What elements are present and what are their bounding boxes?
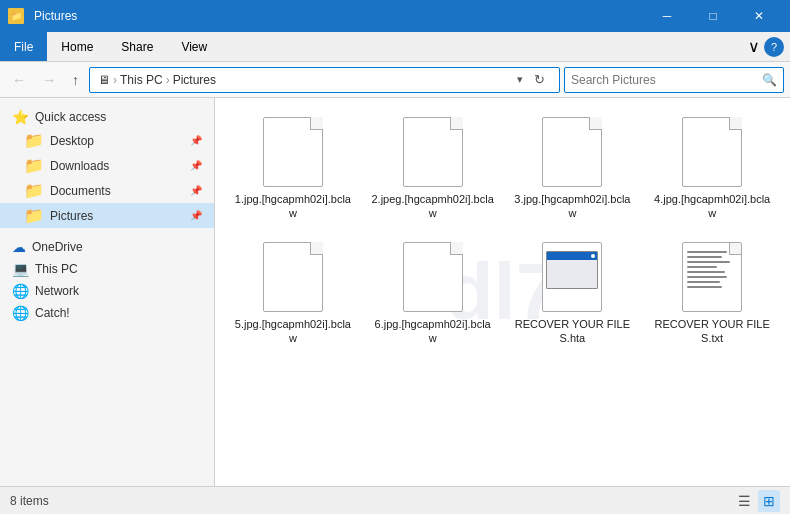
file-icon-wrapper-4	[676, 116, 748, 188]
maximize-button[interactable]: □	[690, 0, 736, 32]
search-icon: 🔍	[762, 73, 777, 87]
network-icon: 🌐	[12, 283, 29, 299]
close-button[interactable]: ✕	[736, 0, 782, 32]
sidebar-item-pictures[interactable]: 📁 Pictures 📌	[0, 203, 214, 228]
back-button[interactable]: ←	[6, 68, 32, 92]
menu-bar: File Home Share View ∨ ?	[0, 32, 790, 62]
sidebar-item-downloads[interactable]: 📁 Downloads 📌	[0, 153, 214, 178]
file-label-4: 4.jpg.[hgcapmh02i].bclaw	[650, 192, 774, 221]
help-button[interactable]: ?	[764, 37, 784, 57]
forward-button[interactable]: →	[36, 68, 62, 92]
file-item-8[interactable]: RECOVER YOUR FILES.txt	[646, 235, 778, 352]
file-icon-wrapper-8	[676, 241, 748, 313]
up-button[interactable]: ↑	[66, 68, 85, 92]
star-icon: ⭐	[12, 109, 29, 125]
pin-icon-downloads: 📌	[190, 160, 202, 171]
txt-line-5	[687, 271, 725, 273]
menu-tab-home[interactable]: Home	[47, 32, 107, 61]
file-item-7[interactable]: RECOVER YOUR FILES.hta	[507, 235, 639, 352]
address-path[interactable]: 🖥 › This PC › Pictures ▾ ↻	[89, 67, 560, 93]
sidebar-item-thispc[interactable]: 💻 This PC	[0, 258, 214, 280]
details-view-button[interactable]: ☰	[733, 490, 756, 512]
pin-icon-pictures: 📌	[190, 210, 202, 221]
sidebar-item-catch[interactable]: 🌐 Catch!	[0, 302, 214, 324]
folder-icon-desktop: 📁	[24, 131, 44, 150]
sidebar-desktop-label: Desktop	[50, 134, 94, 148]
generic-file-icon-1	[263, 117, 323, 187]
view-controls: ☰ ⊞	[733, 490, 780, 512]
folder-icon-downloads: 📁	[24, 156, 44, 175]
generic-file-icon-3	[542, 117, 602, 187]
file-item-6[interactable]: 6.jpg.[hgcapmh02i].bclaw	[367, 235, 499, 352]
title-bar: 📁 Pictures ─ □ ✕	[0, 0, 790, 32]
menu-tab-view[interactable]: View	[167, 32, 221, 61]
tiles-view-button[interactable]: ⊞	[758, 490, 780, 512]
txt-file-icon	[682, 242, 742, 312]
sidebar-item-network[interactable]: 🌐 Network	[0, 280, 214, 302]
path-sep-1: ›	[113, 73, 117, 87]
path-pictures: Pictures	[173, 73, 216, 87]
sidebar-documents-label: Documents	[50, 184, 111, 198]
path-sep-2: ›	[166, 73, 170, 87]
file-label-7: RECOVER YOUR FILES.hta	[511, 317, 635, 346]
sidebar-downloads-label: Downloads	[50, 159, 109, 173]
menu-tab-file-label: File	[14, 40, 33, 54]
file-icon-wrapper-2	[397, 116, 469, 188]
file-label-2: 2.jpeg.[hgcapmh02i].bclaw	[371, 192, 495, 221]
pin-icon-desktop: 📌	[190, 135, 202, 146]
search-input[interactable]	[571, 73, 762, 87]
txt-line-4	[687, 266, 717, 268]
txt-line-8	[687, 286, 722, 288]
file-label-6: 6.jpg.[hgcapmh02i].bclaw	[371, 317, 495, 346]
sidebar-item-onedrive[interactable]: ☁ OneDrive	[0, 236, 214, 258]
window-title: Pictures	[30, 9, 644, 23]
sidebar-item-documents[interactable]: 📁 Documents 📌	[0, 178, 214, 203]
menu-tab-file[interactable]: File	[0, 32, 47, 61]
hta-inner	[546, 251, 598, 289]
generic-file-icon-6	[403, 242, 463, 312]
hta-content	[547, 260, 597, 288]
file-item-4[interactable]: 4.jpg.[hgcapmh02i].bclaw	[646, 110, 778, 227]
path-dropdown-icon: ▾	[512, 73, 528, 86]
hta-file-icon	[542, 242, 602, 312]
file-icon-wrapper-1	[257, 116, 329, 188]
path-thispc: This PC	[120, 73, 163, 87]
refresh-button[interactable]: ↻	[528, 68, 551, 91]
title-bar-icons: 📁	[8, 8, 24, 24]
txt-lines	[687, 251, 737, 288]
file-label-5: 5.jpg.[hgcapmh02i].bclaw	[231, 317, 355, 346]
app-icon-yellow: 📁	[8, 8, 24, 24]
sidebar-quick-access[interactable]: ⭐ Quick access	[0, 106, 214, 128]
file-item-2[interactable]: 2.jpeg.[hgcapmh02i].bclaw	[367, 110, 499, 227]
generic-file-icon-5	[263, 242, 323, 312]
folder-icon-documents: 📁	[24, 181, 44, 200]
folder-icon-pictures: 📁	[24, 206, 44, 225]
generic-file-icon-4	[682, 117, 742, 187]
txt-line-7	[687, 281, 720, 283]
quick-access-label: Quick access	[35, 110, 106, 124]
main-content: ⭐ Quick access 📁 Desktop 📌 📁 Downloads 📌…	[0, 98, 790, 486]
file-label-8: RECOVER YOUR FILES.txt	[650, 317, 774, 346]
menu-tab-share[interactable]: Share	[107, 32, 167, 61]
sidebar: ⭐ Quick access 📁 Desktop 📌 📁 Downloads 📌…	[0, 98, 215, 486]
file-item-3[interactable]: 3.jpg.[hgcapmh02i].bclaw	[507, 110, 639, 227]
minimize-button[interactable]: ─	[644, 0, 690, 32]
file-item-5[interactable]: 5.jpg.[hgcapmh02i].bclaw	[227, 235, 359, 352]
search-box[interactable]: 🔍	[564, 67, 784, 93]
menu-tab-view-label: View	[181, 40, 207, 54]
thispc-icon: 💻	[12, 261, 29, 277]
path-computer-icon: 🖥	[98, 73, 110, 87]
txt-line-6	[687, 276, 727, 278]
sidebar-pictures-label: Pictures	[50, 209, 93, 223]
file-icon-wrapper-3	[536, 116, 608, 188]
window-controls: ─ □ ✕	[644, 0, 782, 32]
file-icon-wrapper-5	[257, 241, 329, 313]
generic-file-icon-2	[403, 117, 463, 187]
sidebar-thispc-label: This PC	[35, 262, 78, 276]
file-icon-wrapper-6	[397, 241, 469, 313]
sidebar-item-desktop[interactable]: 📁 Desktop 📌	[0, 128, 214, 153]
catch-icon: 🌐	[12, 305, 29, 321]
file-item-1[interactable]: 1.jpg.[hgcapmh02i].bclaw	[227, 110, 359, 227]
txt-line-1	[687, 251, 727, 253]
menu-tab-share-label: Share	[121, 40, 153, 54]
